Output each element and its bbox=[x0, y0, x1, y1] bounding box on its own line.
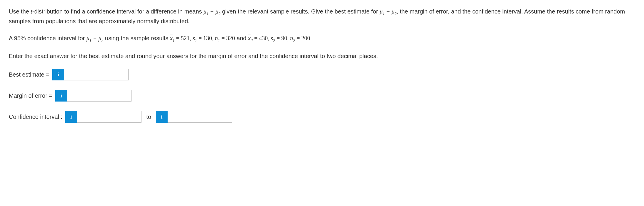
margin-error-input[interactable] bbox=[67, 90, 132, 102]
mu-diff-expr: μ1 − μ2 bbox=[380, 8, 397, 15]
ci-upper-input[interactable] bbox=[168, 111, 232, 123]
confidence-interval-row: Confidence interval : i to i bbox=[9, 111, 635, 123]
n2-value: 200 bbox=[301, 35, 310, 41]
comma: , bbox=[212, 35, 215, 41]
n1-value: 320 bbox=[226, 35, 235, 41]
best-estimate-input[interactable] bbox=[64, 69, 129, 80]
mu-diff-expr: μ1 − μ2 bbox=[87, 35, 104, 41]
s2-value: 90 bbox=[281, 35, 287, 41]
equals: = bbox=[197, 35, 203, 41]
best-estimate-row: Best estimate = i bbox=[9, 69, 635, 80]
equals: = bbox=[253, 35, 259, 41]
comma: , bbox=[287, 35, 290, 41]
s2: s2 bbox=[271, 35, 275, 41]
equals: = bbox=[295, 35, 301, 41]
to-label: to bbox=[146, 112, 151, 121]
answer-instruction: Enter the exact answer for the best esti… bbox=[9, 52, 635, 60]
best-estimate-label: Best estimate = bbox=[9, 70, 49, 79]
equals: = bbox=[220, 35, 226, 41]
text-segment: given the relevant sample results. Give … bbox=[220, 8, 380, 15]
equals: = bbox=[275, 35, 281, 41]
margin-error-label: Margin of error = bbox=[9, 91, 52, 100]
info-icon[interactable]: i bbox=[55, 90, 67, 102]
mu-diff-expr: μ1 − μ2 bbox=[203, 8, 220, 15]
s1-value: 130 bbox=[203, 35, 212, 41]
ci-label: Confidence interval : bbox=[9, 112, 62, 121]
ci-lower-input[interactable] bbox=[77, 111, 141, 123]
question-data: A 95% confidence interval for μ1 − μ2 us… bbox=[9, 34, 635, 43]
n1: n1 bbox=[215, 35, 220, 41]
margin-error-input-group: i bbox=[55, 90, 132, 102]
equals: = bbox=[175, 35, 181, 41]
text-segment: A 95% confidence interval for bbox=[9, 35, 87, 41]
info-icon[interactable]: i bbox=[156, 111, 168, 123]
text-segment: -distribution to find a confidence inter… bbox=[32, 8, 203, 15]
ci-lower-input-group: i bbox=[65, 111, 141, 123]
comma: , bbox=[268, 35, 271, 41]
best-estimate-input-group: i bbox=[52, 69, 129, 80]
text-segment: using the sample results bbox=[103, 35, 170, 41]
and-text: and bbox=[235, 35, 248, 41]
s1: s1 bbox=[193, 35, 197, 41]
ci-upper-input-group: i bbox=[156, 111, 232, 123]
info-icon[interactable]: i bbox=[65, 111, 77, 123]
margin-error-row: Margin of error = i bbox=[9, 90, 635, 102]
xbar2: x2 bbox=[248, 35, 253, 41]
question-container: Use the t-distribution to find a confide… bbox=[9, 7, 635, 123]
question-intro: Use the t-distribution to find a confide… bbox=[9, 7, 635, 26]
xbar1-value: 521 bbox=[181, 35, 190, 41]
text-segment: Use the bbox=[9, 8, 31, 15]
n2: n2 bbox=[290, 35, 295, 41]
xbar2-value: 430 bbox=[259, 35, 268, 41]
comma: , bbox=[190, 35, 193, 41]
info-icon[interactable]: i bbox=[52, 69, 64, 80]
xbar1: x1 bbox=[170, 35, 175, 41]
